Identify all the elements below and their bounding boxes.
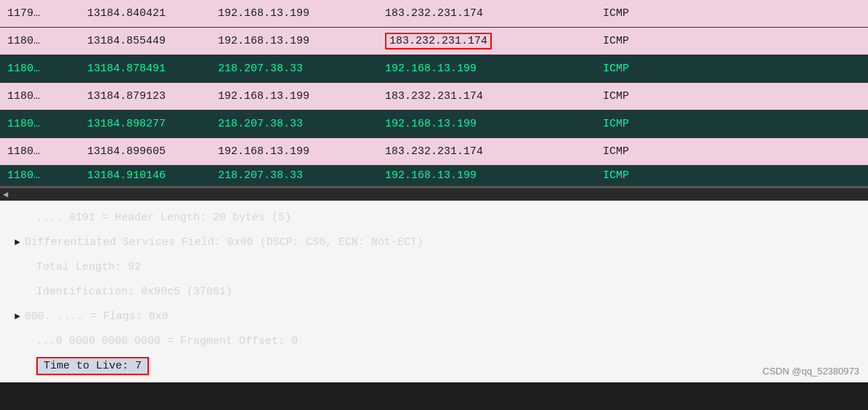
cell-time: 13184.840421 <box>87 7 218 20</box>
cell-proto: ICMP <box>603 90 690 102</box>
horizontal-scrollbar[interactable]: ◀ <box>0 188 868 201</box>
cell-proto: ICMP <box>603 118 690 130</box>
cell-time: 13184.855449 <box>87 35 218 47</box>
cell-time: 13184.879123 <box>87 90 218 102</box>
detail-line-fragment: ...0 0000 0000 0000 = Fragment Offset: 0 <box>36 329 853 353</box>
detail-line-flags[interactable]: ► 000. .... = Flags: 0x0 <box>15 304 853 329</box>
cell-proto: ICMP <box>603 35 690 47</box>
detail-text: Identification: 0x90c5 (37061) <box>36 286 232 298</box>
cell-dst: 183.232.231.174 <box>385 33 603 49</box>
cell-dst: 183.232.231.174 <box>385 90 603 102</box>
detail-line-total-length: Total Length: 92 <box>36 254 853 279</box>
expand-icon[interactable]: ► <box>15 311 20 322</box>
cell-no: 1179… <box>7 7 87 20</box>
detail-text: ...0 0000 0000 0000 = Fragment Offset: 0 <box>36 335 298 347</box>
cell-proto: ICMP <box>603 145 690 158</box>
highlighted-dst: 183.232.231.174 <box>385 33 492 49</box>
cell-no: 1180… <box>7 169 87 182</box>
cell-src: 192.168.13.199 <box>218 145 385 158</box>
cell-time: 13184.898277 <box>87 118 218 130</box>
table-row[interactable]: 1180… 13184.878491 218.207.38.33 192.168… <box>0 55 868 83</box>
cell-no: 1180… <box>7 145 87 158</box>
ttl-highlighted: Time to Live: 7 <box>36 357 149 375</box>
cell-dst: 183.232.231.174 <box>385 7 603 20</box>
cell-proto: ICMP <box>603 63 690 75</box>
table-row[interactable]: 1180… 13184.898277 218.207.38.33 192.168… <box>0 110 868 138</box>
cell-proto: ICMP <box>603 7 690 20</box>
cell-time: 13184.899605 <box>87 145 218 158</box>
cell-time: 13184.910146 <box>87 169 218 182</box>
packet-list: 1179… 13184.840421 192.168.13.199 183.23… <box>0 0 868 188</box>
table-row[interactable]: 1180… 13184.899605 192.168.13.199 183.23… <box>0 138 868 166</box>
cell-dst: 192.168.13.199 <box>385 118 603 130</box>
cell-src: 192.168.13.199 <box>218 35 385 47</box>
cell-dst: 183.232.231.174 <box>385 145 603 158</box>
cell-proto: ICMP <box>603 169 690 182</box>
cell-no: 1180… <box>7 90 87 102</box>
expand-icon[interactable]: ► <box>15 237 20 248</box>
cell-no: 1180… <box>7 35 87 47</box>
scroll-left-arrow[interactable]: ◀ <box>3 189 8 200</box>
cell-time: 13184.878491 <box>87 63 218 75</box>
table-row[interactable]: 1180… 13184.855449 192.168.13.199 183.23… <box>0 28 868 55</box>
detail-panel: .... 0101 = Header Length: 20 bytes (5) … <box>0 201 868 382</box>
detail-text: Total Length: 92 <box>36 261 141 273</box>
table-row[interactable]: 1179… 13184.840421 192.168.13.199 183.23… <box>0 0 868 28</box>
detail-text: Differentiated Services Field: 0x00 (DSC… <box>25 236 423 249</box>
table-row[interactable]: 1180… 13184.879123 192.168.13.199 183.23… <box>0 83 868 110</box>
cell-src: 192.168.13.199 <box>218 90 385 102</box>
detail-line-diff-services[interactable]: ► Differentiated Services Field: 0x00 (D… <box>15 230 853 254</box>
cell-no: 1180… <box>7 118 87 130</box>
cell-src: 218.207.38.33 <box>218 63 385 75</box>
cell-no: 1180… <box>7 63 87 75</box>
cell-src: 218.207.38.33 <box>218 118 385 130</box>
detail-line-header-length: .... 0101 = Header Length: 20 bytes (5) <box>36 205 853 230</box>
cell-src: 192.168.13.199 <box>218 7 385 20</box>
cell-dst: 192.168.13.199 <box>385 169 603 182</box>
cell-src: 218.207.38.33 <box>218 169 385 182</box>
detail-text: 000. .... = Flags: 0x0 <box>25 310 169 323</box>
detail-text: .... 0101 = Header Length: 20 bytes (5) <box>36 212 291 224</box>
detail-line-identification: Identification: 0x90c5 (37061) <box>36 279 853 304</box>
cell-dst: 192.168.13.199 <box>385 63 603 75</box>
watermark: CSDN @qq_52380973 <box>763 366 859 377</box>
table-row[interactable]: 1180… 13184.910146 218.207.38.33 192.168… <box>0 166 868 186</box>
detail-line-ttl: Time to Live: 7 <box>36 353 853 378</box>
